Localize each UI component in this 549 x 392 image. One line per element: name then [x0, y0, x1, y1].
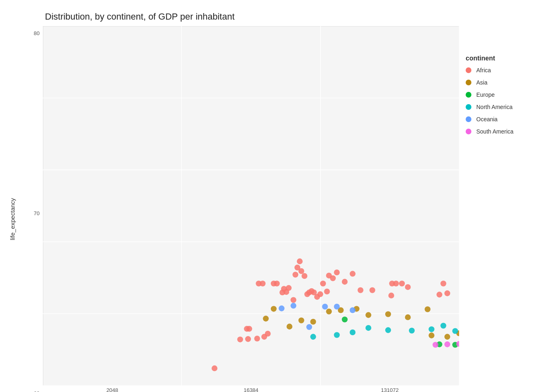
legend-title: continent	[466, 55, 537, 62]
data-point	[279, 305, 284, 311]
data-point	[297, 258, 303, 264]
data-point	[237, 336, 243, 342]
legend-label-oceania: Oceania	[476, 116, 498, 122]
chart-body: life_expectancy 80 70 60	[0, 26, 549, 392]
legend-item-asia: Asia	[466, 79, 537, 86]
legend-dot-asia	[466, 80, 471, 85]
data-point	[385, 327, 391, 333]
data-point	[317, 291, 323, 297]
data-point	[286, 285, 292, 291]
legend-dot-oceania	[466, 116, 471, 122]
data-point	[444, 290, 450, 296]
data-point	[357, 287, 363, 293]
data-point	[437, 292, 442, 297]
legend-item-north-america: North America	[466, 104, 537, 110]
data-point	[350, 307, 355, 313]
data-point	[260, 281, 266, 286]
plot-and-xaxis: 2048 16384 131072 gdp_per_capit	[43, 26, 459, 392]
data-point	[330, 275, 336, 281]
legend-dot-north-america	[466, 104, 471, 110]
data-point	[292, 272, 298, 277]
scatter-svg	[43, 26, 459, 385]
data-point	[428, 332, 434, 338]
y-ticks: 80 70 60	[20, 26, 43, 392]
chart-title: Distribution, by continent, of GDP per i…	[45, 11, 234, 22]
legend-item-africa: Africa	[466, 67, 537, 74]
x-ticks: 2048 16384 131072	[43, 385, 459, 392]
data-point	[245, 336, 251, 342]
chart-container: Distribution, by continent, of GDP per i…	[0, 0, 549, 392]
legend-dot-africa	[466, 67, 471, 73]
data-point	[342, 316, 348, 322]
data-point	[322, 304, 328, 310]
data-point	[326, 309, 332, 314]
data-point	[324, 289, 330, 294]
data-point	[444, 334, 450, 340]
y-axis-label: life_expectancy	[4, 26, 20, 392]
data-point	[299, 268, 304, 274]
data-point	[212, 365, 217, 371]
data-point	[388, 293, 394, 298]
scatter-plot	[43, 26, 459, 385]
y-tick-80: 80	[34, 30, 40, 36]
x-tick-16384: 16384	[182, 387, 321, 392]
data-point	[444, 341, 450, 347]
data-point	[310, 334, 316, 340]
x-tick-131072: 131072	[320, 387, 459, 392]
data-point	[452, 328, 458, 334]
data-point	[299, 317, 304, 323]
data-point	[369, 287, 375, 293]
legend-item-south-america: South America	[466, 128, 537, 135]
y-tick-70: 70	[34, 210, 40, 216]
data-point	[342, 279, 348, 285]
data-point	[246, 326, 252, 332]
data-point	[334, 332, 339, 338]
data-point	[287, 324, 292, 330]
legend-label-north-america: North America	[476, 104, 513, 110]
data-point	[263, 316, 269, 321]
legend-label-asia: Asia	[476, 79, 487, 86]
x-tick-2048: 2048	[43, 387, 182, 392]
data-point	[433, 342, 438, 347]
data-point	[393, 281, 399, 286]
data-point	[334, 304, 339, 310]
legend-item-oceania: Oceania	[466, 116, 537, 122]
data-point	[405, 314, 411, 320]
y-tick-60: 60	[34, 390, 40, 392]
data-point	[271, 306, 277, 312]
legend-item-europe: Europe	[466, 91, 537, 98]
data-point	[306, 324, 312, 330]
data-point	[399, 281, 405, 286]
data-point	[254, 336, 260, 341]
data-point	[274, 281, 280, 286]
legend-label-europe: Europe	[476, 91, 495, 98]
data-point	[366, 325, 371, 331]
data-point	[320, 281, 326, 286]
data-point	[350, 271, 355, 276]
plot-with-yaxis: 80 70 60	[20, 26, 459, 392]
legend: continent Africa Asia Europe North Ameri…	[459, 51, 537, 392]
data-point	[290, 303, 296, 309]
legend-dot-south-america	[466, 129, 471, 134]
data-point	[385, 311, 391, 317]
data-point	[405, 284, 411, 290]
legend-label-south-america: South America	[476, 128, 513, 135]
data-point	[440, 323, 446, 328]
data-point	[265, 331, 270, 336]
data-point	[440, 281, 446, 286]
data-point	[334, 270, 339, 275]
svg-rect-0	[43, 26, 459, 385]
data-point	[350, 330, 355, 335]
data-point	[301, 273, 307, 279]
data-point	[366, 312, 371, 318]
data-point	[310, 319, 316, 325]
data-point	[290, 297, 296, 303]
data-point	[409, 327, 415, 333]
data-point	[428, 326, 434, 332]
legend-dot-europe	[466, 92, 471, 98]
data-point	[425, 306, 431, 312]
legend-label-africa: Africa	[476, 67, 491, 74]
